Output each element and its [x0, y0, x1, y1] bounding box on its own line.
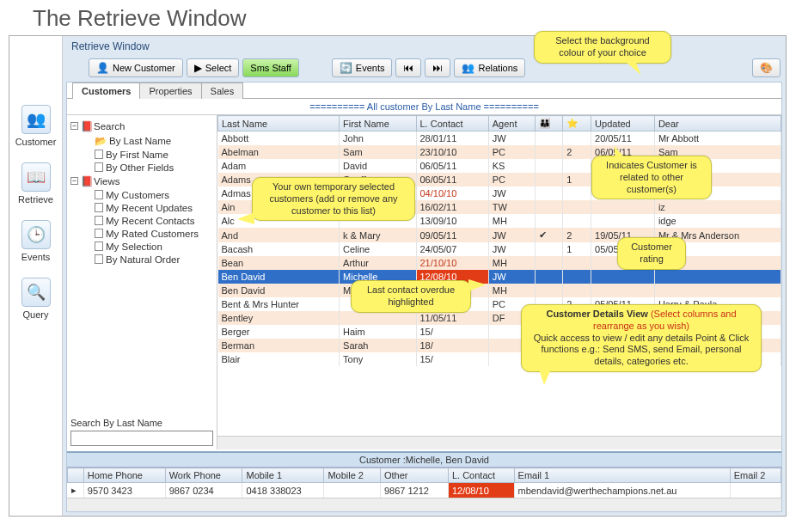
- tree-item[interactable]: By Other Fields: [69, 161, 215, 174]
- first-record-button[interactable]: ⏮: [395, 58, 421, 77]
- column-header[interactable]: 👪: [535, 116, 563, 131]
- column-header[interactable]: Dear: [654, 116, 781, 131]
- customer-icon: 👥: [21, 105, 51, 134]
- tree-item[interactable]: By First Name: [69, 148, 215, 161]
- detail-scrollbar[interactable]: [67, 498, 781, 511]
- people-icon: 👥: [462, 62, 474, 74]
- tree-item[interactable]: By Natural Order: [69, 253, 215, 266]
- callout-text: Indicates Customer is related to other c…: [606, 160, 697, 194]
- events-icon: 🕒: [21, 220, 51, 249]
- skip-back-icon: ⏮: [403, 62, 413, 74]
- rail-label: Query: [23, 309, 49, 320]
- select-button[interactable]: ▶Select: [187, 58, 240, 77]
- table-row[interactable]: Andk & Mary09/05/11JW✔219/05/11Mr & Mrs …: [218, 228, 781, 242]
- settings-button[interactable]: 🎨: [752, 58, 781, 77]
- label: Relations: [478, 63, 517, 73]
- callout-related: Indicates Customer is related to other c…: [591, 156, 712, 199]
- rail-label: Retrieve: [18, 194, 53, 205]
- rail-query[interactable]: 🔍Query: [21, 278, 51, 320]
- column-header[interactable]: L. Contact: [416, 116, 488, 131]
- label: Select: [205, 63, 232, 73]
- tree: − 📕 Search📂 By Last Name By First Name B…: [67, 115, 217, 414]
- search-box: Search By Last Name: [67, 414, 217, 449]
- table-row[interactable]: BeanArthur21/10/10MHean: [218, 256, 781, 270]
- callout-text: Your own temporary selected customers (a…: [269, 181, 397, 216]
- table-row[interactable]: BacashCeline24/05/07JW105/05/11Celine: [218, 242, 781, 256]
- left-rail: 👥Customer📖Retrieve🕒Events🔍Query: [9, 36, 63, 516]
- detail-column[interactable]: L. Contact: [448, 468, 514, 483]
- column-header[interactable]: Agent: [488, 116, 535, 131]
- window-title: Retrieve Window: [63, 36, 786, 57]
- detail-column[interactable]: Home Phone: [83, 468, 165, 483]
- horizontal-scrollbar[interactable]: [217, 436, 781, 449]
- label: Events: [356, 63, 385, 73]
- rail-retrieve[interactable]: 📖Retrieve: [18, 162, 53, 205]
- tree-item[interactable]: My Rated Customers: [69, 227, 215, 240]
- user-plus-icon: 👤: [96, 62, 109, 74]
- toolbar: 👤New Customer ▶Select Sms Staff 🔄Events …: [63, 57, 786, 82]
- tree-group-views[interactable]: − 📕 Views: [69, 174, 215, 188]
- callout-text: Quick access to view / edit any details …: [534, 333, 750, 367]
- column-header[interactable]: First Name: [340, 116, 416, 131]
- callout-text: Last contact overdue highlighted: [367, 284, 455, 307]
- tree-item[interactable]: My Recent Updates: [69, 201, 215, 214]
- customers-header: ========== All customer By Last Name ===…: [67, 99, 781, 115]
- new-customer-button[interactable]: 👤New Customer: [89, 58, 183, 77]
- tab-bar: CustomersPropertiesSales: [67, 82, 781, 99]
- relations-button[interactable]: 👥Relations: [454, 58, 525, 77]
- tree-item[interactable]: 📂 By Last Name: [69, 133, 215, 148]
- search-input[interactable]: [70, 431, 213, 446]
- palette-icon: 🎨: [760, 62, 773, 74]
- callout-text: Select the background colour of your cho…: [555, 35, 649, 58]
- detail-column[interactable]: Work Phone: [165, 468, 242, 483]
- column-header[interactable]: ⭐: [563, 116, 591, 131]
- main-area: Retrieve Window 👤New Customer ▶Select Sm…: [63, 36, 786, 516]
- retrieve-window: 👥Customer📖Retrieve🕒Events🔍Query Retrieve…: [9, 35, 787, 517]
- tree-item[interactable]: My Recent Contacts: [69, 214, 215, 227]
- detail-row[interactable]: ▸9570 34239867 02340418 3380239867 12121…: [68, 483, 781, 498]
- tree-pane: − 📕 Search📂 By Last Name By First Name B…: [67, 115, 217, 449]
- tree-item[interactable]: My Customers: [69, 188, 215, 201]
- callout-my-selection: Your own temporary selected customers (a…: [252, 177, 415, 221]
- rail-customer[interactable]: 👥Customer: [15, 105, 57, 147]
- rail-label: Customer: [15, 137, 57, 147]
- tree-group-search[interactable]: − 📕 Search: [69, 119, 215, 133]
- label: Sms Staff: [250, 63, 291, 73]
- callout-details: Customer Details View (Select columns an…: [521, 304, 762, 372]
- tab-sales[interactable]: Sales: [201, 83, 244, 99]
- play-icon: ▶: [194, 62, 202, 74]
- detail-column[interactable]: Email 1: [514, 468, 730, 483]
- table-row[interactable]: Ben DavidMichelle12/08/10JW: [218, 270, 781, 284]
- query-icon: 🔍: [21, 278, 51, 307]
- refresh-icon: 🔄: [340, 62, 352, 74]
- column-header[interactable]: Last Name: [218, 116, 340, 131]
- retrieve-icon: 📖: [21, 162, 51, 192]
- detail-column[interactable]: Mobile 2: [324, 468, 381, 483]
- page-title: The Retrieve Window: [33, 5, 802, 32]
- last-record-button[interactable]: ⏭: [425, 58, 450, 77]
- rail-events[interactable]: 🕒Events: [21, 220, 51, 262]
- callout-overdue: Last contact overdue highlighted: [351, 280, 471, 313]
- content: CustomersPropertiesSales ========== All …: [66, 82, 782, 512]
- detail-column[interactable]: Mobile 1: [242, 468, 324, 483]
- detail-pane: Customer :Michelle, Ben David Home Phone…: [67, 451, 781, 511]
- search-label: Search By Last Name: [70, 418, 213, 428]
- column-header[interactable]: Updated: [591, 116, 655, 131]
- tree-item[interactable]: My Selection: [69, 240, 215, 253]
- label: New Customer: [113, 63, 175, 73]
- sms-staff-button[interactable]: Sms Staff: [242, 58, 298, 77]
- tab-properties[interactable]: Properties: [139, 83, 201, 99]
- callout-background: Select the background colour of your cho…: [534, 31, 671, 64]
- detail-column[interactable]: Other: [380, 468, 448, 483]
- callout-rating: Customer rating: [617, 237, 686, 270]
- detail-column[interactable]: Email 2: [730, 468, 781, 483]
- tab-customers[interactable]: Customers: [72, 83, 140, 99]
- skip-forward-icon: ⏭: [432, 62, 443, 74]
- rail-label: Events: [21, 252, 51, 262]
- detail-column[interactable]: [68, 468, 84, 483]
- events-button[interactable]: 🔄Events: [332, 58, 393, 77]
- table-row[interactable]: AbbottJohn28/01/11JW20/05/11Mr Abbott: [218, 131, 781, 146]
- detail-header: Customer :Michelle, Ben David: [67, 453, 781, 468]
- callout-title: Customer Details View: [546, 309, 650, 319]
- table-row[interactable]: Ben DavidMoshe27/10/10MH: [218, 284, 781, 297]
